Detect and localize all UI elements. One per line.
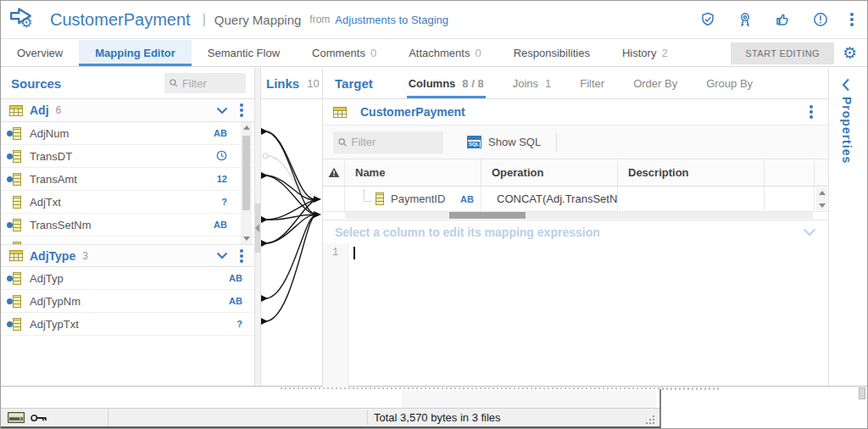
table-column-count: 3 (82, 250, 88, 262)
panel-splitter[interactable] (254, 68, 261, 386)
app-header: ⚙ CustomerPayment | Query Mapping from A… (1, 1, 867, 39)
sources-filter[interactable] (164, 73, 246, 93)
splitter-handle[interactable] (255, 203, 260, 253)
link-dot (7, 131, 13, 136)
comments-count: 0 (370, 47, 376, 59)
tab-filter[interactable]: Filter (578, 68, 606, 98)
key-icon (31, 414, 47, 422)
scroll-down-icon (819, 203, 826, 208)
history-count: 2 (661, 47, 667, 59)
joins-count: 1 (545, 77, 551, 90)
status-bar-divider (367, 410, 368, 425)
target-table-name: CustomerPayment (360, 105, 465, 119)
tab-semantic-flow[interactable]: Semantic Flow (192, 40, 296, 66)
source-column-row[interactable]: AdjTypTxt ? (1, 313, 254, 336)
tab-columns[interactable]: Columns8 / 8 (407, 68, 486, 98)
type-badge: AB (214, 128, 227, 138)
line-number-gutter: 1 (323, 243, 348, 387)
mapping-path-link[interactable]: Adjustments to Staging (335, 14, 448, 26)
tab-order-by[interactable]: Order By (632, 68, 679, 98)
tab-responsibilities[interactable]: Responsibilities (498, 40, 606, 66)
tab-group-by[interactable]: Group By (704, 68, 754, 98)
target-filter-input[interactable] (351, 136, 438, 148)
table-menu-icon[interactable] (240, 109, 243, 112)
target-header: Target Columns8 / 8 Joins1 Filter Order … (323, 68, 828, 99)
properties-tab[interactable]: Properties (840, 97, 854, 164)
columns-grid-header: Name Operation Description (323, 159, 828, 187)
certificate-icon[interactable] (737, 12, 753, 27)
tab-comments[interactable]: Comments0 (296, 40, 392, 66)
tab-mapping-editor[interactable]: Mapping Editor (79, 40, 192, 66)
column-header-description[interactable]: Description (618, 159, 765, 186)
sql-icon: SQL (467, 136, 481, 148)
alert-circle-icon[interactable] (813, 12, 828, 27)
tab-history[interactable]: History2 (606, 40, 684, 66)
chevron-left-icon[interactable] (842, 78, 850, 94)
source-table-adj-header[interactable]: Adj 6 (1, 99, 254, 122)
table-column-count: 6 (56, 104, 62, 116)
target-table-menu-icon[interactable] (810, 110, 813, 114)
operation-expression: CONCAT(Adj.TransSetN... (497, 192, 618, 205)
type-badge: AB (214, 220, 227, 230)
show-sql-button[interactable]: SQL Show SQL (467, 136, 541, 148)
links-count: 10 (307, 77, 319, 90)
source-column-row[interactable]: TransDT (1, 145, 254, 168)
source-column-row[interactable]: AdjTxt ? (1, 191, 254, 214)
main-area: Sources Adj 6 AdjNum AB (1, 68, 867, 387)
column-icon (13, 295, 21, 308)
clock-icon (216, 150, 227, 163)
column-header-name[interactable]: Name (345, 159, 481, 186)
target-table-bar: CustomerPayment (323, 99, 828, 125)
status-bar-left-cell (1, 409, 108, 426)
scrollbar-thumb (242, 136, 250, 210)
source-column-row[interactable]: AdjTypNm AB (1, 290, 254, 313)
type-badge: AB (460, 194, 474, 204)
app-logo-icon: ⚙ (9, 5, 43, 34)
description-cell (618, 187, 765, 211)
shield-check-icon[interactable] (700, 12, 715, 27)
column-icon (13, 173, 21, 186)
tab-overview[interactable]: Overview (1, 40, 79, 66)
tab-joins[interactable]: Joins1 (511, 68, 554, 98)
clipped-content-area (402, 391, 656, 408)
source-column-row[interactable]: TransSetNm AB (1, 214, 254, 237)
mapping-links-canvas[interactable] (261, 99, 322, 387)
app-window: ⚙ CustomerPayment | Query Mapping from A… (0, 0, 868, 429)
target-column-row[interactable]: PaymentID AB CONCAT(Adj.TransSetN... (323, 187, 828, 212)
scroll-up-icon (819, 191, 826, 195)
target-filter[interactable] (333, 131, 443, 153)
chevron-down-icon[interactable] (216, 107, 228, 114)
kebab-menu-icon[interactable] (850, 18, 854, 21)
start-editing-button[interactable]: START EDITING (731, 42, 834, 64)
attachments-count: 0 (475, 47, 481, 59)
sources-panel: Sources Adj 6 AdjNum AB (1, 68, 254, 386)
chevron-down-icon[interactable] (803, 228, 816, 237)
scrollbar-track (345, 212, 813, 219)
sources-scrollbar[interactable] (241, 122, 252, 244)
column-icon (13, 219, 21, 231)
column-header-operation[interactable]: Operation (481, 159, 618, 186)
grid-vertical-scrollbar[interactable] (816, 188, 827, 210)
expression-editor[interactable]: 1 (323, 243, 828, 387)
source-column-row[interactable]: TransAmt 12 (1, 168, 254, 191)
adj-columns-list: AdjNum AB TransDT TransAmt 12 AdjTxt ? (1, 122, 254, 244)
chevron-down-icon[interactable] (216, 252, 228, 259)
link-dot (7, 153, 13, 159)
column-icon (13, 272, 21, 285)
scrollbar-thumb[interactable] (449, 212, 526, 219)
table-menu-icon[interactable] (240, 254, 243, 258)
thumbs-up-icon[interactable] (775, 12, 791, 27)
collapse-left-icon (255, 224, 259, 232)
grid-horizontal-scrollbar[interactable] (323, 212, 828, 220)
source-column-row[interactable]: AdjNum AB (1, 122, 254, 145)
link-dot (7, 321, 13, 327)
tab-attachments[interactable]: Attachments0 (392, 40, 498, 66)
settings-gear-icon[interactable]: ⚙ (843, 45, 857, 61)
resize-grip[interactable] (646, 414, 656, 424)
status-bar: Total 3,570 bytes in 3 files (1, 408, 659, 426)
sources-filter-input[interactable] (182, 77, 241, 90)
columns-count: 8 / 8 (462, 77, 483, 90)
source-column-row[interactable]: AdjTyp AB (1, 267, 254, 290)
source-table-adjtype-header[interactable]: AdjType 3 (1, 244, 254, 267)
source-column-row[interactable]: AdjTyp AB (1, 237, 254, 244)
